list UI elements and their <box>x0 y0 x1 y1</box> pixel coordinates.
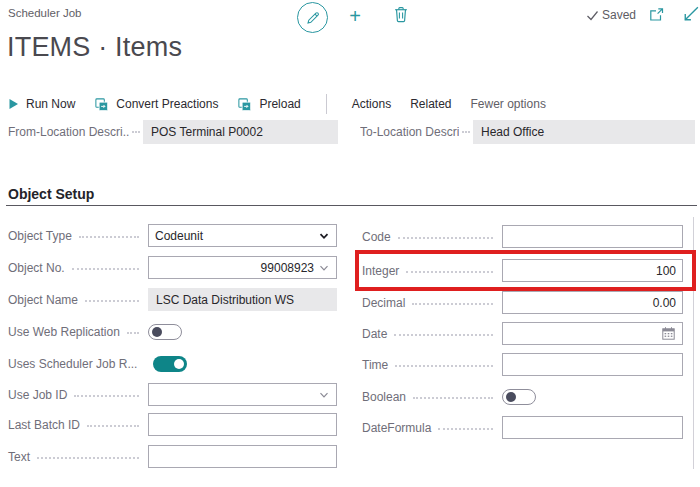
page-caption: Scheduler Job <box>8 7 82 19</box>
integer-row: Integer 100 <box>362 259 683 282</box>
uses-scheduler-job-row: Uses Scheduler Job R... <box>8 352 337 375</box>
text-row: Text <box>8 445 337 468</box>
toggle-knob <box>506 392 516 402</box>
use-web-replication-row: Use Web Replication <box>8 320 337 343</box>
check-icon <box>586 9 599 22</box>
preload-button[interactable]: Preload <box>237 97 300 112</box>
new-record-button[interactable]: + <box>346 7 364 25</box>
object-name-row: Object Name LSC Data Distribution WS <box>8 288 337 311</box>
scrollbar-line[interactable] <box>693 217 694 469</box>
date-row: Date <box>362 322 683 345</box>
save-status: Saved <box>586 8 636 22</box>
use-web-replication-toggle[interactable] <box>148 324 182 340</box>
object-type-select[interactable]: Codeunit <box>148 224 337 247</box>
diagonal-arrow-icon <box>680 4 700 25</box>
dateformula-input[interactable] <box>502 416 683 439</box>
dotted-leader <box>413 397 493 399</box>
object-setup-section-title: Object Setup <box>8 186 94 202</box>
open-in-new-window-button[interactable] <box>648 6 665 23</box>
field-label: Object No. <box>8 261 65 275</box>
dotted-leader <box>87 425 139 427</box>
chevron-down-icon[interactable] <box>318 389 330 401</box>
copy-arrow-icon <box>237 97 252 112</box>
fewer-options-button[interactable]: Fewer options <box>471 97 546 111</box>
dotted-leader <box>438 428 493 430</box>
field-label: Use Web Replication <box>8 325 120 339</box>
chevron-down-icon[interactable] <box>318 262 330 274</box>
dotted-leader <box>132 131 140 133</box>
from-location-value[interactable]: POS Terminal P0002 <box>143 120 338 144</box>
dotted-leader <box>74 395 139 397</box>
action-bar: Run Now Convert Preactions Preload Actio… <box>8 92 546 116</box>
uses-scheduler-job-toggle[interactable] <box>153 356 187 372</box>
convert-preactions-button[interactable]: Convert Preactions <box>94 97 218 112</box>
time-input[interactable] <box>502 353 683 376</box>
related-menu[interactable]: Related <box>410 97 451 111</box>
scheduler-job-page: { "page": { "caption": "Scheduler Job", … <box>0 0 700 487</box>
use-job-id-row: Use Job ID <box>8 383 337 406</box>
from-location-field-row: From-Location Descri... POS Terminal P00… <box>8 120 338 144</box>
field-label: Last Batch ID <box>8 418 80 432</box>
field-label: Date <box>362 327 387 341</box>
field-label: Integer <box>362 264 399 278</box>
dotted-leader <box>395 365 493 367</box>
actions-menu[interactable]: Actions <box>352 97 391 111</box>
calendar-icon[interactable] <box>661 326 676 341</box>
dotted-leader <box>462 131 470 133</box>
object-name-field: LSC Data Distribution WS <box>148 288 337 311</box>
toggle-knob <box>152 327 162 337</box>
save-status-label: Saved <box>602 8 636 22</box>
field-label: DateFormula <box>362 421 431 435</box>
trash-icon <box>393 6 409 23</box>
decimal-input[interactable]: 0.00 <box>502 291 683 314</box>
dotted-leader <box>127 332 139 334</box>
last-batch-id-row: Last Batch ID <box>8 413 337 436</box>
dotted-leader <box>72 268 139 270</box>
to-location-label: To-Location Descripti... <box>360 125 459 139</box>
play-icon <box>8 98 19 110</box>
field-label: Boolean <box>362 390 406 404</box>
to-location-value[interactable]: Head Office <box>473 120 695 144</box>
field-label: Uses Scheduler Job R... <box>8 357 137 371</box>
field-label: Object Type <box>8 229 72 243</box>
boolean-toggle[interactable] <box>502 389 536 405</box>
collapse-button[interactable] <box>680 4 700 25</box>
edit-button[interactable] <box>297 2 328 33</box>
action-bar-divider <box>326 94 327 114</box>
dotted-leader <box>85 300 139 302</box>
use-job-id-input[interactable] <box>148 383 337 406</box>
time-row: Time <box>362 353 683 376</box>
field-label: Object Name <box>8 293 78 307</box>
field-label: Decimal <box>362 296 405 310</box>
dotted-leader <box>412 303 493 305</box>
dotted-leader <box>406 271 493 273</box>
copy-arrow-icon <box>94 97 109 112</box>
object-no-input[interactable]: 99008923 <box>148 256 337 279</box>
page-title: ITEMS · Items <box>7 32 182 63</box>
dotted-leader <box>398 237 493 239</box>
toggle-knob <box>174 359 184 369</box>
delete-button[interactable] <box>393 6 409 23</box>
text-input[interactable] <box>148 445 337 468</box>
dotted-leader <box>394 334 493 336</box>
last-batch-id-input[interactable] <box>148 413 337 436</box>
chevron-down-icon <box>318 230 330 242</box>
date-input[interactable] <box>502 322 683 345</box>
field-label: Text <box>8 450 30 464</box>
from-location-label: From-Location Descri... <box>8 125 129 139</box>
decimal-row: Decimal 0.00 <box>362 291 683 314</box>
popout-icon <box>648 6 665 23</box>
dotted-leader <box>79 236 139 238</box>
plus-icon: + <box>349 8 361 24</box>
code-input[interactable] <box>502 225 683 248</box>
object-type-row: Object Type Codeunit <box>8 224 337 247</box>
boolean-row: Boolean <box>362 385 683 408</box>
integer-input[interactable]: 100 <box>502 259 683 282</box>
section-divider <box>6 205 697 206</box>
run-now-button[interactable]: Run Now <box>8 97 75 111</box>
pencil-icon <box>305 10 321 26</box>
field-label: Code <box>362 230 391 244</box>
object-no-row: Object No. 99008923 <box>8 256 337 279</box>
code-row: Code <box>362 225 683 248</box>
dateformula-row: DateFormula <box>362 416 683 439</box>
